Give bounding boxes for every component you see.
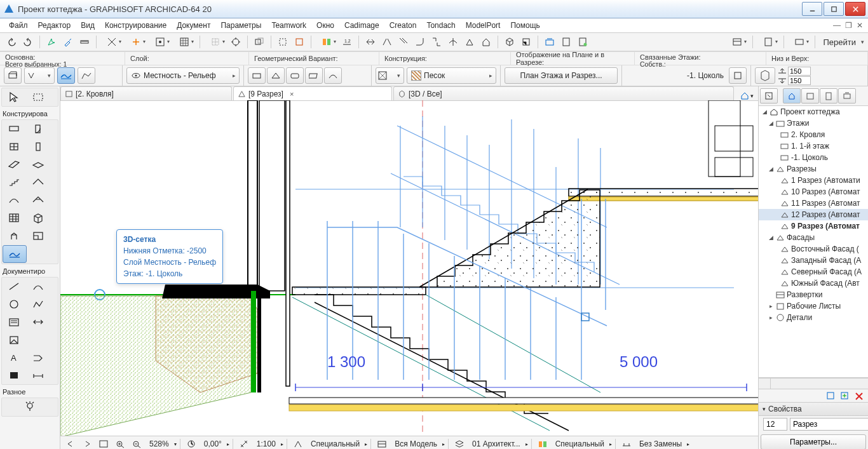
solid-ops-button[interactable] bbox=[462, 34, 477, 50]
menu-creaton[interactable]: Creaton bbox=[384, 20, 422, 31]
nav-tab-project[interactable] bbox=[783, 88, 801, 104]
door-tool[interactable] bbox=[27, 121, 50, 137]
tree-unfolds[interactable]: Развертки bbox=[759, 289, 868, 300]
tree-floor-1[interactable]: 1. 1-й этаж bbox=[759, 140, 868, 152]
zoom-fit-button[interactable] bbox=[96, 438, 111, 449]
parameters-button[interactable]: Параметры... bbox=[761, 434, 866, 449]
tree-floor-2[interactable]: 2. Кровля bbox=[759, 129, 868, 140]
open-3d-button[interactable] bbox=[502, 34, 517, 50]
trace-button[interactable] bbox=[292, 34, 307, 50]
geometry-method-alt[interactable] bbox=[78, 67, 95, 84]
tab-3d-all[interactable]: [3D / Все] bbox=[393, 86, 734, 100]
nav-tab-layouts[interactable] bbox=[820, 88, 837, 104]
drawing-button[interactable] bbox=[575, 34, 590, 50]
trim-button[interactable] bbox=[445, 34, 461, 50]
top-offset-input[interactable] bbox=[788, 67, 811, 76]
tab-2-roof[interactable]: [2. Кровля] bbox=[60, 86, 232, 100]
grid-snap-button[interactable] bbox=[173, 34, 196, 50]
doc-close-button[interactable]: ✕ bbox=[855, 21, 864, 30]
geom-method-5[interactable] bbox=[324, 67, 342, 84]
floor-plan-button[interactable] bbox=[519, 34, 534, 50]
geom-method-4[interactable] bbox=[305, 67, 323, 84]
dimension-settings-button[interactable]: 1.2 bbox=[339, 34, 355, 50]
suspend-groups-button[interactable] bbox=[252, 34, 267, 50]
tree-facade-n[interactable]: Северный Фасад (А bbox=[759, 266, 868, 278]
undo-button[interactable] bbox=[4, 34, 19, 50]
tab-home-icon[interactable] bbox=[740, 91, 749, 100]
menu-view[interactable]: Вид bbox=[76, 20, 100, 31]
tree-worksheets[interactable]: ▸Рабочие Листы bbox=[759, 300, 868, 312]
dim-style-icon[interactable] bbox=[619, 438, 634, 449]
adjust-button[interactable] bbox=[379, 34, 395, 50]
home-view-button[interactable] bbox=[478, 34, 494, 50]
circle-tool[interactable] bbox=[3, 296, 25, 312]
layout-button[interactable] bbox=[559, 34, 574, 50]
tree-section-12[interactable]: 12 Разрез (Автомат bbox=[759, 209, 868, 220]
layer-combo-icon[interactable] bbox=[452, 438, 467, 449]
slab-tool[interactable] bbox=[27, 156, 50, 173]
measure-button[interactable] bbox=[77, 34, 92, 50]
menu-help[interactable]: Помощь bbox=[505, 20, 545, 31]
zone-tool[interactable] bbox=[27, 227, 50, 244]
plan-display-button[interactable]: План Этажа и Разрез... bbox=[505, 67, 618, 84]
stair-tool[interactable] bbox=[3, 174, 25, 191]
bottom-offset-input[interactable] bbox=[788, 76, 811, 85]
shell-tool[interactable] bbox=[3, 192, 25, 208]
dimension-tool[interactable] bbox=[27, 367, 50, 384]
scale-button[interactable] bbox=[236, 438, 252, 449]
delete-icon[interactable] bbox=[854, 391, 864, 400]
marquee-tool[interactable] bbox=[27, 89, 50, 105]
elevation-tool[interactable] bbox=[3, 332, 25, 348]
window-tool[interactable] bbox=[3, 138, 25, 155]
fill-selector[interactable]: Песок bbox=[407, 67, 496, 84]
info-button[interactable] bbox=[788, 34, 811, 50]
favorites-selector[interactable] bbox=[24, 67, 55, 84]
column-tool[interactable] bbox=[27, 138, 50, 155]
layer-selector[interactable]: Местность - Рельеф bbox=[126, 67, 240, 84]
pick-button[interactable] bbox=[44, 34, 59, 50]
zoom-in-button[interactable] bbox=[112, 438, 128, 449]
nav-tab-views[interactable] bbox=[801, 88, 819, 104]
lamp-tool[interactable] bbox=[3, 399, 57, 415]
tree-details[interactable]: ▸Детали bbox=[759, 312, 868, 323]
menu-construction[interactable]: Конструирование bbox=[100, 20, 172, 31]
prop-type-input[interactable] bbox=[790, 418, 868, 431]
fill-tool[interactable] bbox=[3, 367, 25, 384]
goto-link[interactable]: Перейти bbox=[819, 37, 860, 47]
menu-options[interactable]: Параметры bbox=[215, 20, 266, 31]
tree-facade-e[interactable]: Восточный Фасад ( bbox=[759, 243, 868, 255]
nav-tab-popup[interactable] bbox=[760, 88, 778, 104]
arc-tool[interactable] bbox=[27, 278, 50, 295]
story-link-button[interactable] bbox=[729, 67, 747, 84]
tree-root[interactable]: ◢Проект коттеджа bbox=[759, 106, 868, 117]
beam-tool[interactable] bbox=[3, 156, 25, 173]
grid-display-button[interactable] bbox=[204, 34, 227, 50]
doc-minimize-button[interactable]: — bbox=[832, 21, 841, 30]
doc-restore-button[interactable]: ❐ bbox=[844, 21, 853, 30]
add-icon[interactable] bbox=[840, 391, 850, 400]
menu-teamwork[interactable]: Teamwork bbox=[266, 20, 311, 31]
nav-tab-publisher[interactable] bbox=[838, 88, 856, 104]
favorites-button[interactable] bbox=[757, 34, 780, 50]
tree-section-10[interactable]: 10 Разрез (Автомат bbox=[759, 186, 868, 198]
menu-document[interactable]: Документ bbox=[172, 20, 215, 31]
intersect-button[interactable] bbox=[396, 34, 411, 50]
drawing-tool[interactable] bbox=[3, 314, 25, 330]
orientation-button[interactable] bbox=[184, 438, 199, 449]
tree-sections[interactable]: ◢Разрезы bbox=[759, 163, 868, 175]
skylight-tool[interactable] bbox=[27, 192, 50, 208]
snap-point-button[interactable] bbox=[149, 34, 172, 50]
close-button[interactable] bbox=[845, 2, 865, 16]
model-view-icon[interactable] bbox=[374, 438, 390, 449]
construction-type-button[interactable] bbox=[376, 67, 404, 84]
mesh-tool-active[interactable] bbox=[57, 67, 75, 84]
tree-facade-w[interactable]: Западный Фасад (А bbox=[759, 255, 868, 266]
section-tool[interactable] bbox=[27, 314, 50, 330]
redo-button[interactable] bbox=[20, 34, 36, 50]
resize-button[interactable] bbox=[429, 34, 444, 50]
angle-value[interactable]: 0,00° bbox=[200, 439, 226, 448]
menu-modelport[interactable]: ModelPort bbox=[461, 20, 506, 31]
wall-tool[interactable] bbox=[3, 121, 25, 137]
tree-facades[interactable]: ◢Фасады bbox=[759, 232, 868, 243]
split-button[interactable] bbox=[363, 34, 378, 50]
